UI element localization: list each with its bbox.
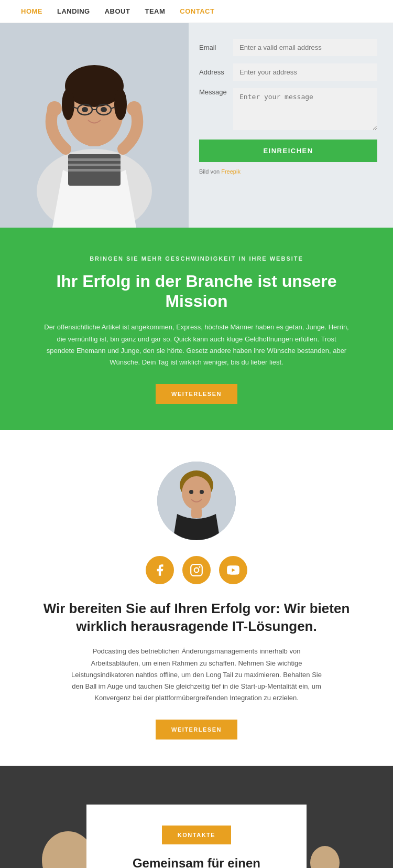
business-card: KONTAKTE Gemeinsam für einen Business-Li… [86,805,307,868]
facebook-icon[interactable] [146,556,174,584]
svg-point-9 [62,89,74,120]
svg-point-16 [82,107,88,112]
svg-rect-4 [68,164,121,166]
message-label: Message [199,88,233,96]
address-label: Address [199,68,233,76]
svg-rect-26 [191,564,202,576]
email-group: Email [199,39,377,56]
svg-point-10 [114,89,127,120]
nav-home[interactable]: HOME [21,7,42,15]
nav-contact[interactable]: CONTACT [180,7,214,15]
nav-team[interactable]: TEAM [145,7,165,15]
svg-rect-3 [68,158,121,161]
freepik-credit: Bild von Freepik [199,168,377,175]
weiterlesen-button-1[interactable]: WEITERLESEN [156,384,237,404]
svg-point-28 [199,566,200,567]
youtube-icon[interactable] [219,556,247,584]
kontakte-button[interactable]: KONTAKTE [162,826,231,844]
weiterlesen-button-2[interactable]: WEITERLESEN [156,720,237,740]
green-subtitle: BRINGEN SIE MEHR GESCHWINDIGKEIT IN IHRE… [42,254,351,264]
instagram-icon[interactable] [182,556,211,584]
address-group: Address [199,63,377,81]
nav-landing[interactable]: LANDING [57,7,90,15]
green-heading: Ihr Erfolg in der Branche ist unsere Mis… [42,271,351,312]
business-heading: Gemeinsam für einen Business-Lifestyle [113,855,280,868]
profile-section: Wir bereiten Sie auf Ihren Erfolg vor: W… [0,430,393,766]
freepik-link[interactable]: Freepik [221,168,241,175]
svg-point-27 [194,568,199,573]
social-icons [21,556,372,584]
profile-avatar [157,462,236,540]
svg-point-19 [127,101,141,116]
green-body: Der offensichtliche Artikel ist angekomm… [42,322,351,368]
email-input[interactable] [233,39,377,56]
svg-point-24 [189,490,193,494]
green-section: BRINGEN SIE MEHR GESCHWINDIGKEIT IN IHRE… [0,228,393,430]
message-group: Message [199,88,377,130]
svg-rect-5 [68,169,121,172]
svg-point-17 [101,107,107,112]
message-input[interactable] [233,88,377,130]
svg-point-22 [182,476,211,510]
profile-body: Podcasting des betrieblichen Änderungsma… [71,646,322,703]
svg-point-25 [200,490,204,494]
email-label: Email [199,44,233,51]
svg-rect-23 [191,508,202,518]
business-section: KONTAKTE Gemeinsam für einen Business-Li… [0,766,393,868]
contact-form: Email Address Message EINREICHEN Bild vo… [189,23,393,228]
profile-heading: Wir bereiten Sie auf Ihren Erfolg vor: W… [21,600,372,636]
navigation: HOME LANDING ABOUT TEAM CONTACT [0,0,393,23]
submit-button[interactable]: EINREICHEN [199,140,377,162]
nav-about[interactable]: ABOUT [105,7,130,15]
hero-contact-section: Email Address Message EINREICHEN Bild vo… [0,23,393,228]
svg-point-18 [47,101,62,116]
hero-image [0,23,189,228]
address-input[interactable] [233,63,377,81]
